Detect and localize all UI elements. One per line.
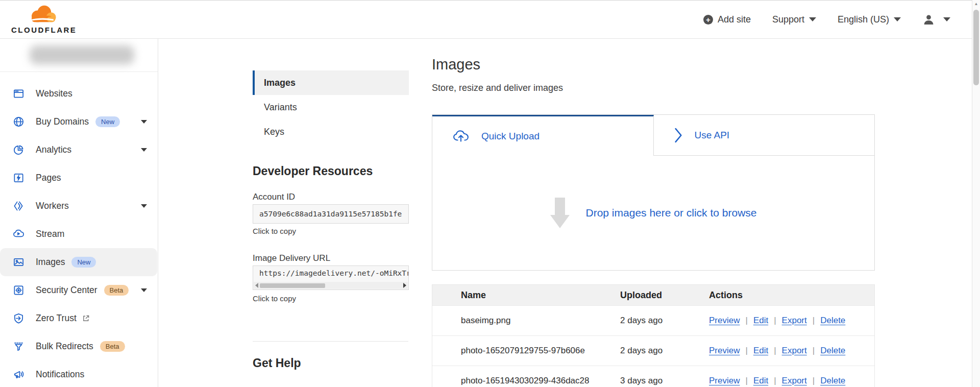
chevron-down-icon xyxy=(894,17,901,21)
chevron-down-icon xyxy=(809,17,816,21)
delivery-url-value: https://imagedelivery.net/-oMiRxTr xyxy=(259,269,409,277)
account-id-field[interactable]: a5709e6c88ad1a31da9115e57185b1fe xyxy=(253,204,409,224)
funnel-icon xyxy=(13,341,24,352)
action-link-export[interactable]: Export xyxy=(782,316,807,326)
horizontal-scrollbar[interactable] xyxy=(254,282,408,289)
upload-panel: Quick Upload Use API Drop images here or… xyxy=(432,114,875,271)
tab-use-api[interactable]: Use API xyxy=(654,115,875,156)
action-link-edit[interactable]: Edit xyxy=(753,346,768,356)
dropzone-text: Drop images here or click to browse xyxy=(586,207,757,219)
sidebar-item-analytics[interactable]: Analytics xyxy=(0,136,157,164)
support-menu[interactable]: Support xyxy=(772,14,816,25)
new-badge: New xyxy=(71,257,96,268)
action-separator: | xyxy=(813,316,815,326)
pie-chart-icon xyxy=(13,144,24,156)
row-actions: Preview|Edit|Export|Delete xyxy=(709,346,874,356)
delivery-url-click-to-copy[interactable]: Click to copy xyxy=(253,294,296,303)
action-link-export[interactable]: Export xyxy=(782,346,807,356)
down-arrow-icon xyxy=(550,198,570,228)
workers-icon xyxy=(13,200,24,212)
sidebar-item-bulk-redirects[interactable]: Bulk RedirectsBeta xyxy=(0,332,157,360)
page-title: Images xyxy=(432,56,480,73)
cloud-upload-icon xyxy=(453,130,469,143)
column-header-actions: Actions xyxy=(709,290,874,301)
cloudflare-cloud-icon xyxy=(24,4,59,25)
sidebar-item-label: Zero Trust xyxy=(36,313,77,324)
image-dropzone[interactable]: Drop images here or click to browse xyxy=(432,156,874,270)
table-body: baseimg.png2 days agoPreview|Edit|Export… xyxy=(432,305,874,387)
scrollbar-up-arrow-icon[interactable]: ▲ xyxy=(972,2,980,6)
tab-quick-upload[interactable]: Quick Upload xyxy=(432,115,654,156)
sidebar-item-workers[interactable]: Workers xyxy=(0,192,157,220)
file-name: photo-1652079129755-97b606e xyxy=(461,346,620,356)
language-menu[interactable]: English (US) xyxy=(838,14,901,25)
add-site-button[interactable]: + Add site xyxy=(703,14,751,25)
action-separator: | xyxy=(774,346,776,356)
table-row: baseimg.png2 days agoPreview|Edit|Export… xyxy=(432,305,874,335)
cloudflare-logo[interactable]: CLOUDFLARE xyxy=(11,4,72,34)
sidebar-item-label: Analytics xyxy=(36,144,71,155)
action-separator: | xyxy=(745,316,747,326)
browser-window-icon xyxy=(13,88,24,100)
stream-icon xyxy=(13,228,24,240)
action-separator: | xyxy=(745,346,747,356)
uploaded-time: 3 days ago xyxy=(620,376,709,386)
support-label: Support xyxy=(772,14,804,25)
subnav-item-images[interactable]: Images xyxy=(253,70,409,95)
subnav-item-variants[interactable]: Variants xyxy=(253,95,409,119)
action-link-delete[interactable]: Delete xyxy=(820,346,845,356)
sidebar-item-notifications[interactable]: Notifications xyxy=(0,360,157,387)
main-content: Images Store, resize and deliver images … xyxy=(432,39,875,387)
subnav-item-keys[interactable]: Keys xyxy=(253,119,409,144)
developer-resources-title: Developer Resources xyxy=(253,164,373,178)
globe-icon xyxy=(13,116,24,128)
chevron-down-icon xyxy=(141,148,147,152)
action-separator: | xyxy=(774,376,776,386)
cloudflare-logo-text: CLOUDFLARE xyxy=(11,26,72,34)
action-link-edit[interactable]: Edit xyxy=(753,376,768,386)
page-subtitle: Store, resize and deliver images xyxy=(432,83,563,93)
action-separator: | xyxy=(813,376,815,386)
tab-use-api-label: Use API xyxy=(695,130,730,141)
action-link-delete[interactable]: Delete xyxy=(820,316,845,326)
sidebar-item-buy-domains[interactable]: Buy DomainsNew xyxy=(0,108,157,136)
account-id-click-to-copy[interactable]: Click to copy xyxy=(253,227,296,235)
action-link-delete[interactable]: Delete xyxy=(820,376,845,386)
sidebar-item-label: Security Center xyxy=(36,285,97,296)
subnav-column: ImagesVariantsKeys Developer Resources A… xyxy=(253,39,409,387)
action-link-edit[interactable]: Edit xyxy=(753,316,768,326)
chevron-down-icon xyxy=(943,17,950,21)
sidebar-item-label: Notifications xyxy=(36,369,84,380)
action-link-preview[interactable]: Preview xyxy=(709,316,740,326)
row-actions: Preview|Edit|Export|Delete xyxy=(709,316,874,326)
sidebar-item-stream[interactable]: Stream xyxy=(0,220,157,248)
chevron-down-icon xyxy=(141,204,147,208)
user-avatar-icon xyxy=(922,13,935,26)
delivery-url-field[interactable]: https://imagedelivery.net/-oMiRxTr xyxy=(253,265,409,290)
scrollbar-thumb[interactable] xyxy=(973,10,979,85)
external-link-icon xyxy=(82,315,90,322)
upload-tab-row: Quick Upload Use API xyxy=(432,115,874,156)
account-id-label: Account ID xyxy=(253,192,295,202)
account-name-redacted xyxy=(30,45,134,64)
sidebar-nav: WebsitesBuy DomainsNewAnalyticsPagesWork… xyxy=(0,80,157,387)
sidebar-item-label: Bulk Redirects xyxy=(36,341,93,352)
vertical-scrollbar[interactable]: ▲ xyxy=(972,0,980,387)
action-separator: | xyxy=(745,376,747,386)
sidebar-item-pages[interactable]: Pages xyxy=(0,164,157,192)
user-menu[interactable] xyxy=(922,13,950,26)
sidebar-item-images[interactable]: ImagesNew xyxy=(0,248,157,276)
sidebar-item-security-center[interactable]: Security CenterBeta xyxy=(0,276,157,304)
language-label: English (US) xyxy=(838,14,889,25)
action-link-export[interactable]: Export xyxy=(782,376,807,386)
horizontal-scrollbar-thumb[interactable] xyxy=(260,283,325,288)
scroll-left-arrow-icon[interactable] xyxy=(255,283,258,288)
scroll-right-arrow-icon[interactable] xyxy=(403,283,406,288)
action-link-preview[interactable]: Preview xyxy=(709,376,740,386)
sidebar-item-zero-trust[interactable]: Zero Trust xyxy=(0,304,157,332)
action-link-preview[interactable]: Preview xyxy=(709,346,740,356)
sidebar-item-websites[interactable]: Websites xyxy=(0,80,157,108)
uploaded-time: 2 days ago xyxy=(620,346,709,356)
action-separator: | xyxy=(813,346,815,356)
add-site-label: Add site xyxy=(718,14,751,25)
